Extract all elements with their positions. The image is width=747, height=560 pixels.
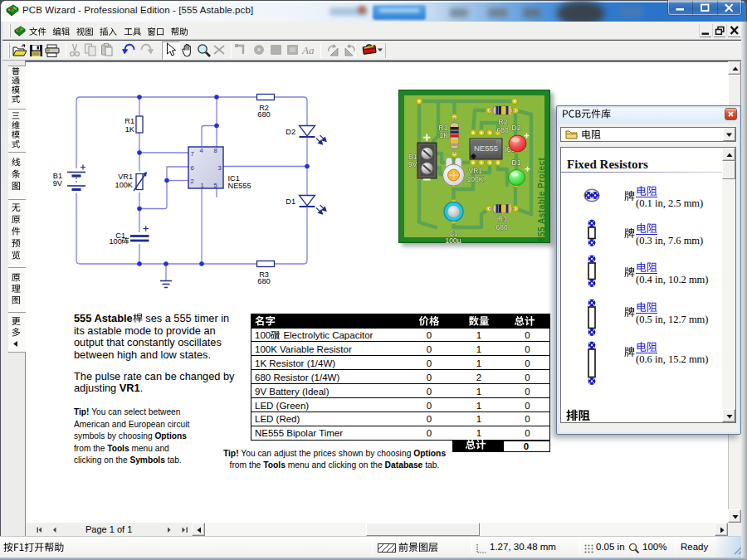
svg-text:NE555: NE555 [474,144,498,153]
svg-text:NE555: NE555 [228,182,251,190]
svg-text:100K: 100K [115,181,134,189]
svg-text:8: 8 [214,147,217,154]
svg-text:Page 1 of 1: Page 1 of 1 [85,524,132,534]
svg-text:2: 2 [191,178,194,185]
svg-text:100K: 100K [467,175,484,183]
svg-text:4: 4 [200,147,203,154]
svg-text:R1: R1 [124,117,134,125]
svg-text:D2: D2 [286,128,295,136]
svg-text:D1: D1 [286,197,295,206]
svg-text:680: 680 [257,277,270,285]
svg-text:5: 5 [214,182,217,189]
svg-text:7: 7 [191,150,194,158]
svg-text:1K: 1K [440,131,449,139]
svg-text:680: 680 [497,126,509,134]
svg-text:R1: R1 [439,124,448,132]
svg-text:9V: 9V [53,179,63,187]
svg-text:D1: D1 [512,158,521,167]
svg-text:9V: 9V [408,160,417,168]
svg-text:VR1: VR1 [118,173,133,181]
svg-text:R3: R3 [498,215,507,223]
svg-text:VR1: VR1 [469,167,483,175]
svg-text:6: 6 [191,164,194,172]
svg-text:3: 3 [218,164,222,172]
svg-text:555 Astable Project: 555 Astable Project [537,157,546,241]
svg-text:1: 1 [201,182,204,189]
svg-text:R2: R2 [499,118,508,126]
svg-text:D2: D2 [512,124,521,132]
svg-text:680: 680 [496,223,508,231]
svg-text:680: 680 [257,110,270,119]
svg-text:100µ: 100µ [446,236,461,243]
svg-text:100: 100 [110,237,122,246]
svg-text:1K: 1K [125,125,135,134]
